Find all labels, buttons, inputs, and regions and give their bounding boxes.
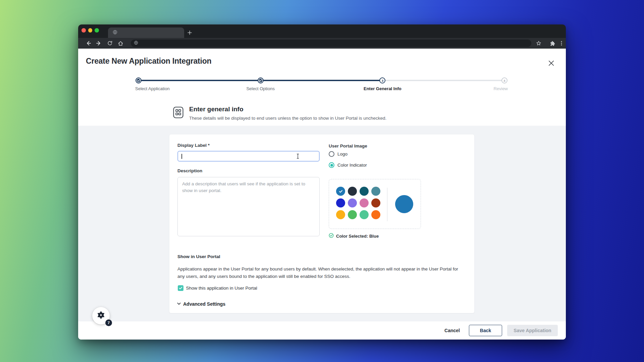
step-circle xyxy=(258,77,264,83)
radio-label: Color Indicator xyxy=(337,163,367,168)
show-in-user-portal-title: Show in User Portal xyxy=(177,254,220,259)
traffic-close-button[interactable] xyxy=(82,28,86,33)
radio-option-color-indicator[interactable]: Color Indicator xyxy=(329,162,367,168)
description-label: Description xyxy=(177,168,202,173)
color-swatch-steel-teal[interactable] xyxy=(371,187,380,196)
display-label-input[interactable] xyxy=(177,151,320,162)
step-circle: 4 xyxy=(501,77,507,83)
general-info-card: Display Label * Description Add a descri… xyxy=(169,134,475,313)
back-button[interactable] xyxy=(84,39,92,47)
color-swatch-rust[interactable] xyxy=(371,198,380,207)
radio-icon xyxy=(329,162,334,168)
address-bar[interactable] xyxy=(131,40,531,47)
home-button[interactable] xyxy=(116,39,124,47)
show-in-user-portal-checkbox[interactable] xyxy=(178,285,183,291)
check-circle-icon xyxy=(329,233,334,239)
step-circle: 3 xyxy=(379,77,385,83)
description-textarea[interactable]: Add a description that users will see if… xyxy=(177,177,320,236)
reload-button[interactable] xyxy=(106,39,114,47)
help-widget-badge: 7 xyxy=(105,319,112,326)
browser-tab[interactable] xyxy=(108,27,184,38)
forward-button[interactable] xyxy=(95,39,103,47)
color-swatch-grid xyxy=(336,187,380,219)
new-tab-button[interactable] xyxy=(186,29,193,36)
extensions-puzzle-icon[interactable] xyxy=(548,39,556,47)
chevron-down-icon xyxy=(177,301,181,307)
browser-window: Create New Application Integration Selec… xyxy=(78,24,566,340)
step-label: Select Options xyxy=(246,86,275,91)
traffic-zoom-button[interactable] xyxy=(95,28,99,33)
step-label: Enter General Info xyxy=(364,86,401,91)
traffic-lights xyxy=(82,28,99,33)
cancel-button[interactable]: Cancel xyxy=(440,325,464,336)
ibeam-cursor-icon xyxy=(296,154,300,160)
color-swatch-orange[interactable] xyxy=(371,210,380,219)
bookmark-star-icon[interactable] xyxy=(535,39,543,47)
section-header: Enter general info These details will be… xyxy=(173,106,386,121)
section-subheading: These details will be displayed to end u… xyxy=(189,116,386,121)
show-in-user-portal-checkbox-row: Show this application in User Portal xyxy=(178,285,257,291)
tab-bar xyxy=(78,24,566,38)
step-circle xyxy=(136,77,142,83)
section-heading: Enter general info xyxy=(189,106,386,113)
show-in-user-portal-description: Applications appear in the User Portal f… xyxy=(177,265,463,280)
text-caret xyxy=(181,154,182,159)
color-swatch-purple[interactable] xyxy=(348,198,357,207)
back-button-modal[interactable]: Back xyxy=(469,325,502,336)
radio-icon xyxy=(329,151,334,157)
user-portal-image-label: User Portal Image xyxy=(329,143,367,148)
radio-label: Logo xyxy=(337,152,347,157)
modal-footer: Cancel Back Save Application xyxy=(78,321,566,340)
color-swatch-dark-teal[interactable] xyxy=(360,187,369,196)
pinwheel-logo-icon xyxy=(96,310,106,321)
advanced-settings-label: Advanced Settings xyxy=(183,301,225,307)
color-swatch-pink[interactable] xyxy=(360,198,369,207)
show-in-user-portal-checkbox-label: Show this application in User Portal xyxy=(186,286,257,291)
color-swatch-charcoal[interactable] xyxy=(348,187,357,196)
color-selected-text: Color Selected: Blue xyxy=(336,234,379,239)
app-grid-icon xyxy=(173,107,183,120)
site-globe-icon xyxy=(134,40,138,46)
step-label: Review xyxy=(493,86,508,91)
palette-divider xyxy=(387,188,387,221)
selected-color-preview xyxy=(395,195,413,213)
color-selected-status: Color Selected: Blue xyxy=(329,233,379,239)
color-palette-panel xyxy=(329,179,421,229)
advanced-settings-toggle[interactable]: Advanced Settings xyxy=(177,301,225,307)
save-application-button[interactable]: Save Application xyxy=(507,325,558,336)
browser-menu-kebab-icon[interactable] xyxy=(557,39,566,47)
step-label: Select Application xyxy=(135,86,170,91)
wizard-modal: Create New Application Integration Selec… xyxy=(78,49,566,340)
color-swatch-royal-blue[interactable] xyxy=(336,198,345,207)
color-swatch-amber[interactable] xyxy=(336,210,345,219)
color-swatch-green[interactable] xyxy=(348,210,357,219)
radio-option-logo[interactable]: Logo xyxy=(329,151,347,157)
modal-title: Create New Application Integration xyxy=(86,57,211,66)
traffic-minimize-button[interactable] xyxy=(88,28,93,33)
color-swatch-mint[interactable] xyxy=(360,210,369,219)
globe-favicon-icon xyxy=(113,30,117,36)
display-label-label: Display Label * xyxy=(177,143,210,148)
color-swatch-blue[interactable] xyxy=(336,187,345,196)
close-icon[interactable] xyxy=(547,59,555,67)
